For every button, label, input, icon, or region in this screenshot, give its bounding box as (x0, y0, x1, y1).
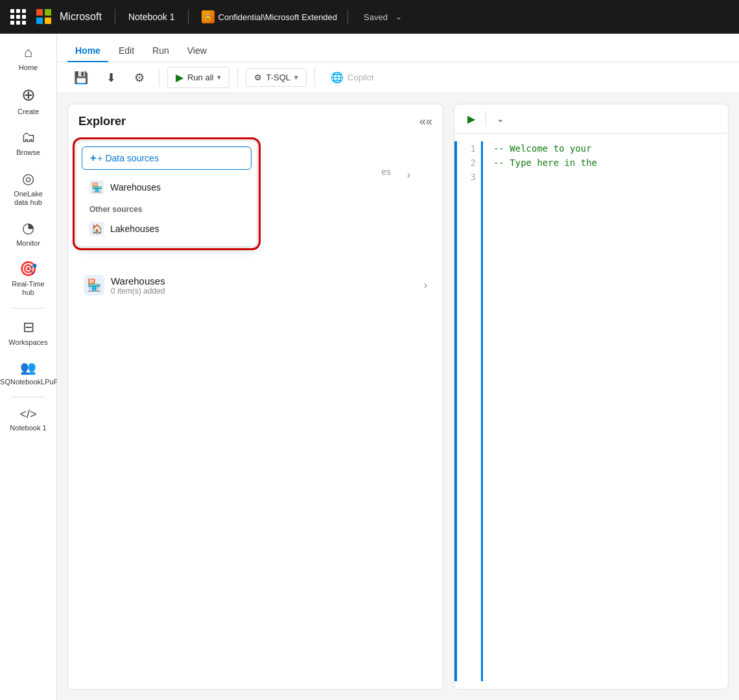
confidential-text: Confidential\Microsoft Extended (218, 12, 338, 22)
shield-icon: 🔒 (202, 10, 215, 23)
code-line-1: -- Welcome to your (493, 141, 718, 156)
download-icon: ⬇ (106, 71, 116, 85)
notebook1-icon: </> (19, 408, 36, 421)
toolbar: 💾 ⬇ ⚙ ▶ Run all ▾ ⚙ T-SQL ▾ 🌐 (57, 62, 739, 93)
realtime-icon: 🎯 (19, 261, 37, 277)
tsql-chevron-icon: ▾ (294, 73, 298, 82)
brand-name: Microsoft (60, 11, 102, 23)
warehouse-row-icon: 🏪 (84, 275, 104, 296)
sidebar-item-browse[interactable]: 🗂 Browse (4, 124, 53, 162)
sidebar-label-realtime: Real-Time hub (8, 280, 49, 297)
sidebar-label-notebook1: Notebook 1 (10, 424, 46, 432)
lakehouses-dropdown-label: Lakehouses (110, 224, 159, 234)
warehouses-row-text: Warehouses 0 item(s) added (111, 275, 165, 296)
sidebar-item-create[interactable]: ⊕ Create (4, 80, 53, 121)
menu-bar: Home Edit Run View (57, 34, 739, 62)
tab-run[interactable]: Run (145, 40, 177, 62)
monitor-icon: ◔ (22, 220, 34, 237)
status-chevron-icon[interactable]: ⌄ (395, 12, 402, 21)
toolbar-divider-1 (159, 69, 159, 87)
line-num-2: 2 (462, 156, 476, 170)
warehouses-row-subtitle: 0 item(s) added (111, 286, 165, 296)
sidebar-label-home: Home (19, 64, 38, 72)
left-sidebar: ⌂ Home ⊕ Create 🗂 Browse ◎ OneLake data … (0, 34, 57, 700)
tsqnotebook-icon: 👥 (20, 360, 36, 375)
other-sources-label: Other sources (82, 200, 252, 216)
line-num-3: 3 (462, 170, 476, 184)
sidebar-item-realtime[interactable]: 🎯 Real-Time hub (4, 255, 53, 302)
code-toolbar-divider (486, 111, 486, 126)
sidebar-item-home[interactable]: ⌂ Home (4, 39, 53, 77)
toolbar-divider-2 (237, 69, 238, 87)
code-dropdown-button[interactable]: ⌄ (491, 110, 510, 128)
data-sources-label: + Data sources (97, 153, 159, 163)
settings-button[interactable]: ⚙ (128, 67, 151, 89)
browse-icon: 🗂 (21, 129, 36, 146)
tab-view[interactable]: View (180, 40, 215, 62)
tab-home[interactable]: Home (67, 40, 108, 62)
sidebar-item-onelake[interactable]: ◎ OneLake data hub (4, 165, 53, 212)
plus-icon: + (90, 152, 96, 164)
gear-icon: ⚙ (134, 71, 145, 85)
sidebar-divider-2 (11, 397, 45, 397)
sidebar-item-tsqnotebook[interactable]: 👥 TSQNotebookLPuPr (4, 355, 53, 391)
code-toolbar: ▶ ⌄ (454, 104, 728, 134)
line-num-1: 1 (462, 141, 476, 156)
code-lines[interactable]: -- Welcome to your -- Type here in the (483, 141, 728, 681)
sidebar-item-monitor[interactable]: ◔ Monitor (4, 215, 53, 253)
app-launcher-icon[interactable] (10, 9, 26, 25)
explorer-header: Explorer «« (68, 104, 443, 134)
sidebar-label-monitor: Monitor (16, 239, 40, 248)
tsql-settings-icon: ⚙ (254, 73, 262, 82)
download-button[interactable]: ⬇ (100, 67, 123, 89)
explorer-content: es › 🏪 Warehouses 0 item(s) added › (68, 263, 443, 689)
workspaces-icon: ⊟ (23, 319, 34, 336)
topbar-divider-2 (188, 9, 189, 25)
code-line-3 (493, 170, 718, 184)
confidential-label: 🔒 Confidential\Microsoft Extended (202, 10, 338, 23)
warehouses-row-chevron-icon: › (424, 279, 427, 291)
add-data-sources-button[interactable]: + + Data sources (82, 146, 252, 170)
sidebar-label-workspaces: Workspaces (8, 338, 47, 347)
warehouses-dropdown-label: Warehouses (110, 182, 161, 192)
explorer-panel: Explorer «« + + Data sources 🏪 Warehouse… (67, 104, 443, 690)
workspace: Explorer «« + + Data sources 🏪 Warehouse… (57, 93, 739, 700)
copilot-button[interactable]: 🌐 Copilot (323, 67, 381, 88)
lakehouse-dropdown-icon: 🏠 (89, 222, 104, 236)
sidebar-label-browse: Browse (16, 148, 40, 157)
topbar-divider-1 (115, 9, 115, 25)
home-icon: ⌂ (24, 44, 32, 61)
warehouses-row-title: Warehouses (111, 275, 165, 286)
lakehouses-dropdown-item[interactable]: 🏠 Lakehouses (82, 216, 252, 241)
microsoft-logo (36, 9, 52, 25)
notebook-title: Notebook 1 (128, 12, 175, 22)
warehouses-row[interactable]: 🏪 Warehouses 0 item(s) added › (78, 268, 432, 302)
code-editor: ▶ ⌄ 1 2 3 -- Welcome to your -- Type her… (454, 104, 729, 690)
line-numbers: 1 2 3 (457, 141, 483, 681)
run-all-button[interactable]: ▶ Run all ▾ (167, 67, 229, 88)
warehouses-row-left: 🏪 Warehouses 0 item(s) added (84, 275, 165, 296)
tsql-button[interactable]: ⚙ T-SQL ▾ (246, 68, 307, 87)
sidebar-item-notebook1[interactable]: </> Notebook 1 (4, 402, 53, 438)
tab-edit[interactable]: Edit (111, 40, 142, 62)
run-all-chevron-icon: ▾ (217, 73, 221, 82)
sidebar-item-workspaces[interactable]: ⊟ Workspaces (4, 314, 53, 352)
warehouses-dropdown-item[interactable]: 🏪 Warehouses (82, 175, 252, 200)
save-status: Saved (364, 12, 388, 22)
topbar-divider-3 (347, 9, 348, 25)
content-area: Home Edit Run View 💾 ⬇ ⚙ ▶ Run all ▾ (57, 34, 739, 700)
run-all-label: Run all (187, 73, 213, 82)
save-icon: 💾 (74, 71, 88, 85)
dropdown-popup: + + Data sources 🏪 Warehouses Other sour… (76, 141, 257, 247)
warehouse-dropdown-icon: 🏪 (89, 180, 104, 194)
topbar: Microsoft Notebook 1 🔒 Confidential\Micr… (0, 0, 739, 34)
collapse-icon[interactable]: «« (419, 115, 432, 128)
toolbar-divider-3 (314, 69, 315, 87)
copilot-icon: 🌐 (331, 71, 344, 84)
sidebar-label-onelake: OneLake data hub (8, 190, 49, 207)
code-content: 1 2 3 -- Welcome to your -- Type here in… (454, 134, 728, 689)
sidebar-label-create: Create (18, 108, 39, 116)
code-run-button[interactable]: ▶ (462, 110, 480, 128)
create-icon: ⊕ (21, 85, 36, 105)
save-button[interactable]: 💾 (67, 67, 95, 89)
